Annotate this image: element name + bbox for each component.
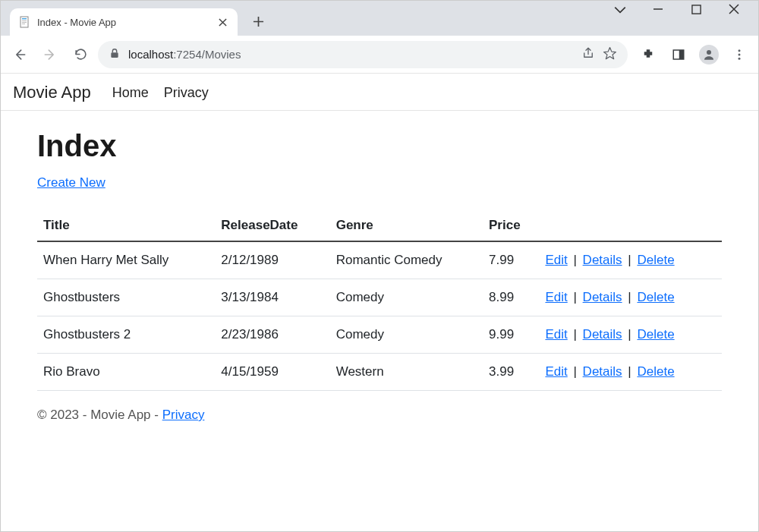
tab-close-icon[interactable] — [216, 16, 228, 28]
edit-link[interactable]: Edit — [545, 253, 567, 267]
address-actions — [581, 46, 617, 63]
action-separator: | — [622, 364, 638, 379]
th-actions — [539, 210, 722, 241]
nav-forward-icon[interactable] — [37, 42, 63, 68]
nav-reload-icon[interactable] — [68, 42, 93, 68]
th-price: Price — [483, 210, 539, 241]
brand-link[interactable]: Movie App — [13, 83, 91, 102]
footer: © 2023 - Movie App - Privacy — [1, 391, 758, 439]
cell-actions: Edit | Details | Delete — [539, 354, 722, 391]
details-link[interactable]: Details — [583, 253, 622, 267]
cell-title: Ghostbusters 2 — [37, 316, 215, 354]
action-separator: | — [568, 290, 583, 304]
share-icon[interactable] — [581, 46, 595, 62]
new-tab-button[interactable] — [247, 10, 269, 33]
th-releasedate: ReleaseDate — [215, 210, 329, 241]
menu-dots-icon[interactable] — [726, 42, 752, 68]
cell-genre: Romantic Comedy — [330, 241, 483, 279]
bookmark-star-icon[interactable] — [603, 46, 617, 63]
nav-link-privacy[interactable]: Privacy — [164, 85, 209, 101]
cell-genre: Western — [330, 354, 483, 391]
create-new-link[interactable]: Create New — [37, 175, 106, 190]
browser-chrome: Index - Movie App — [1, 1, 758, 74]
footer-privacy-link[interactable]: Privacy — [162, 408, 205, 422]
table-header-row: Title ReleaseDate Genre Price — [37, 210, 722, 241]
svg-point-11 — [739, 53, 741, 55]
cell-actions: Edit | Details | Delete — [539, 279, 722, 316]
window-close-icon[interactable] — [723, 4, 745, 14]
action-separator: | — [622, 253, 638, 267]
url-text: localhost:7254/Movies — [128, 48, 241, 61]
cell-releasedate: 3/13/1984 — [215, 279, 329, 316]
table-row: When Harry Met Sally2/12/1989Romantic Co… — [37, 241, 722, 279]
delete-link[interactable]: Delete — [637, 290, 674, 304]
svg-point-12 — [739, 57, 741, 59]
tabs-dropdown-icon[interactable] — [609, 4, 631, 14]
svg-point-10 — [739, 49, 741, 52]
page-content: Movie App Home Privacy Index Create New … — [1, 74, 758, 531]
action-separator: | — [568, 327, 583, 342]
movies-table: Title ReleaseDate Genre Price When Harry… — [37, 210, 722, 391]
svg-rect-4 — [22, 24, 25, 24]
side-panel-icon[interactable] — [666, 42, 691, 68]
nav-back-icon[interactable] — [7, 42, 33, 68]
extensions-icon[interactable] — [635, 42, 661, 68]
details-link[interactable]: Details — [583, 327, 622, 342]
tab-strip: Index - Movie App — [1, 1, 269, 36]
profile-avatar[interactable] — [696, 42, 722, 68]
url-host: localhost — [128, 48, 173, 61]
lock-icon — [109, 47, 121, 61]
svg-rect-6 — [111, 52, 118, 58]
details-link[interactable]: Details — [583, 290, 622, 304]
svg-rect-3 — [22, 22, 27, 23]
cell-price: 8.99 — [483, 279, 539, 316]
cell-title: Rio Bravo — [37, 354, 215, 391]
table-row: Ghostbusters3/13/1984Comedy8.99Edit | De… — [37, 279, 722, 316]
delete-link[interactable]: Delete — [637, 327, 674, 342]
main-container: Index Create New Title ReleaseDate Genre… — [1, 111, 758, 391]
page-favicon-icon — [19, 16, 31, 28]
browser-toolbar: localhost:7254/Movies — [1, 36, 758, 74]
cell-price: 9.99 — [483, 316, 539, 354]
edit-link[interactable]: Edit — [545, 327, 567, 342]
cell-releasedate: 4/15/1959 — [215, 354, 329, 391]
table-body: When Harry Met Sally2/12/1989Romantic Co… — [37, 241, 722, 391]
avatar-icon — [699, 45, 719, 65]
nav-link-home[interactable]: Home — [112, 85, 149, 101]
svg-rect-1 — [22, 18, 27, 20]
action-separator: | — [568, 253, 583, 267]
cell-title: Ghostbusters — [37, 279, 215, 316]
tab-title: Index - Movie App — [37, 17, 210, 28]
th-genre: Genre — [330, 210, 483, 241]
cell-actions: Edit | Details | Delete — [539, 241, 722, 279]
details-link[interactable]: Details — [583, 364, 622, 379]
action-separator: | — [622, 290, 638, 304]
edit-link[interactable]: Edit — [545, 364, 567, 379]
cell-title: When Harry Met Sally — [37, 241, 215, 279]
svg-point-9 — [707, 50, 711, 55]
footer-text: © 2023 - Movie App - — [37, 408, 162, 422]
address-bar[interactable]: localhost:7254/Movies — [98, 41, 628, 68]
table-row: Ghostbusters 22/23/1986Comedy9.99Edit | … — [37, 316, 722, 354]
app-navbar: Movie App Home Privacy — [1, 74, 758, 111]
svg-rect-2 — [22, 20, 27, 21]
window-minimize-icon[interactable] — [647, 4, 669, 14]
cell-releasedate: 2/23/1986 — [215, 316, 329, 354]
edit-link[interactable]: Edit — [545, 290, 567, 304]
delete-link[interactable]: Delete — [637, 253, 674, 267]
nav-links: Home Privacy — [112, 85, 209, 101]
browser-tab[interactable]: Index - Movie App — [10, 8, 238, 36]
browser-titlebar: Index - Movie App — [1, 1, 758, 36]
url-path: :7254/Movies — [173, 48, 241, 61]
table-row: Rio Bravo4/15/1959Western3.99Edit | Deta… — [37, 354, 722, 391]
toolbar-right — [632, 42, 752, 68]
delete-link[interactable]: Delete — [637, 364, 674, 379]
cell-price: 7.99 — [483, 241, 539, 279]
cell-releasedate: 2/12/1989 — [215, 241, 329, 279]
cell-genre: Comedy — [330, 279, 483, 316]
th-title: Title — [37, 210, 215, 241]
action-separator: | — [622, 327, 638, 342]
window-maximize-icon[interactable] — [685, 5, 707, 14]
action-separator: | — [568, 364, 583, 379]
cell-actions: Edit | Details | Delete — [539, 316, 722, 354]
